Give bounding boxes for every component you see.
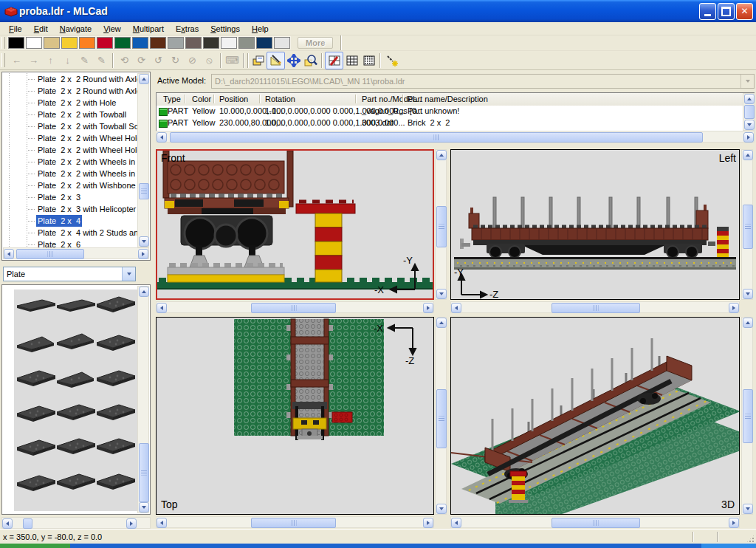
maximize-button[interactable] <box>718 3 735 20</box>
color-swatch-navy[interactable] <box>256 37 272 49</box>
viewport-front[interactable]: -Y -X Front <box>156 149 434 300</box>
scroll-thumb[interactable] <box>436 206 447 247</box>
scroll-thumb[interactable] <box>551 303 640 313</box>
left-vertical-scrollbar[interactable] <box>741 149 753 300</box>
column-part-name[interactable]: Part name/Description <box>408 95 488 103</box>
color-swatch-blue[interactable] <box>132 37 148 49</box>
move-mode-icon[interactable] <box>285 52 302 69</box>
part-category-combobox[interactable]: Plate <box>3 267 136 281</box>
left-horizontal-scrollbar[interactable] <box>450 301 740 313</box>
column-position[interactable]: Position <box>219 95 248 103</box>
table-row[interactable]: PART Yellow 10.000,0.000,-1... 1.000,0.0… <box>157 106 754 117</box>
minimize-button[interactable] <box>699 3 716 20</box>
scroll-thumb[interactable] <box>139 183 149 199</box>
menu-multipart[interactable]: Multipart <box>127 24 170 34</box>
top-vertical-scrollbar[interactable] <box>435 317 447 515</box>
more-colors-button[interactable]: More <box>298 37 333 49</box>
scroll-left-button[interactable] <box>451 518 461 528</box>
table-header[interactable]: Type Color Position Rotation Part no./Mo… <box>157 93 754 106</box>
scroll-thumb[interactable] <box>743 389 753 443</box>
parts-vertical-scrollbar[interactable] <box>137 286 149 513</box>
scroll-up-button[interactable] <box>139 74 149 84</box>
scroll-up-button[interactable] <box>436 150 447 160</box>
scroll-down-button[interactable] <box>744 120 755 130</box>
color-swatch-white[interactable] <box>26 37 42 49</box>
color-swatch-green[interactable] <box>114 37 131 49</box>
scroll-right-button[interactable] <box>423 518 433 528</box>
layers-icon[interactable] <box>250 52 267 69</box>
color-swatch-brown[interactable] <box>150 37 166 49</box>
zoom-mode-icon[interactable] <box>302 52 319 69</box>
title-bar[interactable]: proba.ldr - MLCad ✕ <box>0 0 756 22</box>
mirror-x-icon[interactable]: ⊘ <box>184 52 201 69</box>
scroll-left-button[interactable] <box>451 303 461 313</box>
color-swatch-dark-taupe[interactable] <box>185 37 202 49</box>
column-rotation[interactable]: Rotation <box>265 95 295 103</box>
fine-grid-icon[interactable] <box>360 52 377 69</box>
scroll-down-button[interactable] <box>743 289 753 299</box>
tree-item[interactable]: Plate 2 x 3 with Helicopter R <box>3 203 137 215</box>
scroll-right-button[interactable] <box>423 303 433 313</box>
color-swatch-red[interactable] <box>97 37 113 49</box>
scroll-down-button[interactable] <box>139 236 149 247</box>
scroll-left-button[interactable] <box>2 518 13 529</box>
scroll-up-button[interactable] <box>744 94 755 104</box>
scroll-down-button[interactable] <box>743 504 753 514</box>
column-separator[interactable] <box>259 95 261 103</box>
menu-extras[interactable]: Extras <box>170 24 205 34</box>
scroll-left-button[interactable] <box>157 303 167 313</box>
scroll-thumb[interactable] <box>251 303 336 313</box>
scroll-thumb[interactable] <box>170 132 703 143</box>
scroll-right-button[interactable] <box>138 249 148 259</box>
tree-item[interactable]: Plate 2 x 2 with Wheel Holde <box>3 144 137 156</box>
edit-mode-icon[interactable] <box>267 52 285 69</box>
close-button[interactable]: ✕ <box>736 3 753 20</box>
scroll-right-button[interactable] <box>729 518 739 528</box>
color-swatch-dark-gray[interactable] <box>203 37 219 49</box>
active-model-combobox[interactable]: D:\_darch20111015\LEGO\MLCAD\_MN 11\prob… <box>211 74 755 89</box>
color-swatch-yellow[interactable] <box>61 37 78 49</box>
table-row[interactable]: PART Yellow 230.000,80.000,... 1.000,0.0… <box>157 117 754 129</box>
tree-item[interactable]: Plate 2 x 4 with 2 Studs and <box>3 227 137 239</box>
top-horizontal-scrollbar[interactable] <box>156 516 434 528</box>
tree-item[interactable]: Plate 2 x 2 with Towball Socl <box>3 120 137 132</box>
scroll-down-button[interactable] <box>436 504 447 514</box>
menu-settings[interactable]: Settings <box>205 24 246 34</box>
tree-item-selected[interactable]: Plate 2 x 4 <box>3 215 137 227</box>
tree-item[interactable]: Plate 2 x 2 Round with Axleh <box>3 85 137 97</box>
table-horizontal-scrollbar[interactable] <box>156 131 755 143</box>
tree-item[interactable]: Plate 2 x 2 with Wishbone S <box>3 179 137 191</box>
tree-item[interactable]: Plate 2 x 6 <box>3 239 137 247</box>
combo-dropdown-button[interactable] <box>122 267 135 281</box>
tree-item[interactable]: Plate 2 x 2 with Wheels in W <box>3 168 137 179</box>
table-vertical-scrollbar[interactable] <box>743 93 755 131</box>
tree-item[interactable]: Plate 2 x 2 Round with Axleh <box>3 73 137 85</box>
scroll-down-button[interactable] <box>436 289 447 299</box>
toolbar-gripper[interactable] <box>1 37 5 49</box>
tree-item[interactable]: Plate 2 x 2 with Hole <box>3 97 137 109</box>
color-swatch-gray[interactable] <box>168 37 184 49</box>
scroll-thumb[interactable] <box>744 105 755 119</box>
menu-edit[interactable]: Edit <box>28 24 54 34</box>
scroll-down-button[interactable] <box>139 502 149 513</box>
color-swatch-black[interactable] <box>8 37 24 49</box>
scroll-thumb[interactable] <box>23 518 32 529</box>
viewport-left[interactable]: -Y -Z Left <box>450 149 740 300</box>
scroll-left-button[interactable] <box>157 132 167 143</box>
mirror-y-icon[interactable]: ⦸ <box>201 52 218 69</box>
tree-item[interactable]: Plate 2 x 2 with Wheel Holde <box>3 132 137 144</box>
menu-file[interactable]: File <box>3 24 28 34</box>
viewport-top[interactable]: -X -Z Top <box>156 317 434 515</box>
menu-view[interactable]: View <box>97 24 127 34</box>
toolbar-gripper[interactable] <box>1 53 5 68</box>
move-minus-x-icon[interactable]: ← <box>8 52 25 69</box>
menu-help[interactable]: Help <box>246 24 275 34</box>
rotate-z-neg-icon[interactable]: ✎ <box>76 52 93 69</box>
color-swatch-light-gray[interactable] <box>274 37 290 49</box>
column-separator[interactable] <box>355 95 357 103</box>
viewport-layout-icon[interactable] <box>325 52 343 69</box>
scroll-thumb[interactable] <box>251 518 336 528</box>
tree-item[interactable]: Plate 2 x 2 with Towball <box>3 109 137 120</box>
tree-vertical-scrollbar[interactable] <box>137 73 149 247</box>
scroll-thumb[interactable] <box>743 205 753 249</box>
